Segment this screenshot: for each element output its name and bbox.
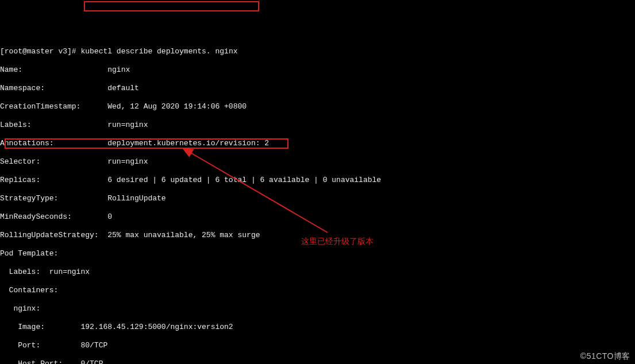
prompt-line[interactable]: [root@master v3]# kubectl describe deplo… <box>0 47 635 56</box>
field-annotations: Annotations: deployment.kubernetes.io/re… <box>0 139 635 148</box>
pod-template-port: Port: 80/TCP <box>0 341 635 350</box>
field-creation-timestamp: CreationTimestamp: Wed, 12 Aug 2020 19:1… <box>0 102 635 111</box>
pod-template-header: Pod Template: <box>0 249 635 258</box>
terminal-output: [root@master v3]# kubectl describe deplo… <box>0 37 635 364</box>
pod-template-labels: Labels: run=nginx <box>0 268 635 277</box>
annotation-text: 这里已经升级了版本 <box>301 237 374 246</box>
shell-command: kubectl describe deployments. nginx <box>80 47 237 56</box>
pod-template-host-port: Host Port: 0/TCP <box>0 359 635 364</box>
pod-template-nginx: nginx: <box>0 304 635 313</box>
field-min-ready-seconds: MinReadySeconds: 0 <box>0 212 635 222</box>
field-replicas: Replicas: 6 desired | 6 updated | 6 tota… <box>0 176 635 185</box>
watermark-text: ©51CTO博客 <box>580 351 630 361</box>
field-labels: Labels: run=nginx <box>0 121 635 130</box>
field-namespace: Namespace: default <box>0 84 635 93</box>
field-selector: Selector: run=nginx <box>0 157 635 166</box>
shell-prompt: [root@master v3]# <box>0 47 80 56</box>
field-strategy-type: StrategyType: RollingUpdate <box>0 194 635 203</box>
field-name: Name: nginx <box>0 65 635 75</box>
highlight-box-command <box>84 1 259 11</box>
pod-template-containers: Containers: <box>0 286 635 295</box>
pod-template-image: Image: 192.168.45.129:5000/nginx:version… <box>0 323 635 332</box>
